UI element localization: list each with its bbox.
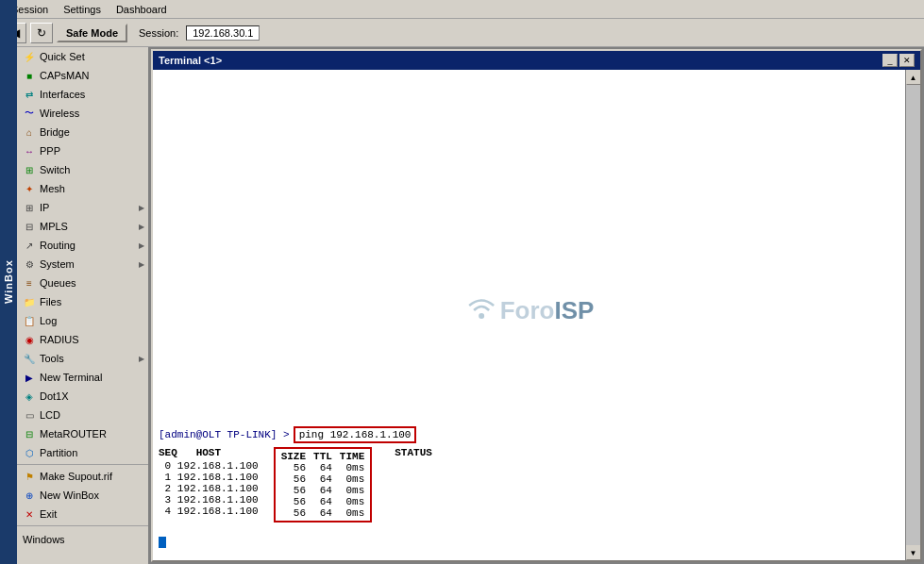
routing-icon: ↗: [23, 239, 36, 252]
ping-row-4: 4 192.168.1.100: [159, 506, 259, 517]
exit-icon: ✕: [23, 507, 36, 521]
watermark-icon: [464, 290, 498, 332]
tools-icon: 🔧: [23, 352, 36, 365]
sidebar-label-mesh: Mesh: [40, 183, 65, 194]
sidebar-label-quickset: Quick Set: [40, 51, 85, 62]
sidebar-label-switch: Switch: [40, 164, 70, 175]
seq-host-table: SEQ HOST 0 192.168.1.100 1 192.168.1.100…: [159, 447, 259, 523]
sidebar-label-bridge: Bridge: [40, 126, 70, 138]
status-val-4: [395, 504, 432, 515]
capsman-icon: ■: [23, 69, 36, 82]
sidebar-item-mesh[interactable]: ✦ Mesh: [17, 179, 148, 198]
watermark-text: ForoISP: [500, 296, 595, 325]
sidebar-item-ppp[interactable]: ↔ PPP: [17, 141, 148, 160]
toolbar: ◀ ↻ Safe Mode Session: 192.168.30.1: [0, 19, 924, 47]
status-header: STATUS: [395, 447, 432, 458]
ping-results: SEQ HOST 0 192.168.1.100 1 192.168.1.100…: [159, 447, 899, 523]
scroll-down-button[interactable]: ▼: [906, 545, 921, 560]
sidebar-item-tools[interactable]: 🔧 Tools: [17, 349, 148, 368]
sidebar-item-windows[interactable]: Windows: [17, 530, 148, 549]
sidebar-label-wireless: Wireless: [40, 108, 79, 119]
size-row-2: 56640ms: [277, 485, 369, 496]
sidebar-label-ip: IP: [40, 202, 49, 213]
sidebar-item-lcd[interactable]: ▭ LCD: [17, 406, 148, 424]
wireless-icon: 〜: [23, 107, 36, 120]
sidebar-label-exit: Exit: [40, 508, 57, 520]
safe-mode-button[interactable]: Safe Mode: [57, 24, 127, 42]
newterminal-icon: ▶: [23, 371, 36, 384]
size-row-3: 56640ms: [277, 496, 369, 507]
sidebar-item-partition[interactable]: ⬡ Partition: [17, 443, 148, 462]
sidebar-divider-2: [17, 525, 148, 526]
terminal-text-area[interactable]: ForoISP [admin@OLT TP-LINK] > ping 192.1…: [153, 70, 905, 560]
status-val-3: [395, 492, 432, 504]
ping-row-3: 3 192.168.1.100: [159, 494, 259, 506]
sidebar-item-wireless[interactable]: 〜 Wireless: [17, 104, 148, 123]
terminal-controls: _ ✕: [882, 54, 915, 67]
ttl-header: TTL: [310, 451, 336, 462]
sidebar-item-quickset[interactable]: ⚡ Quick Set: [17, 47, 148, 66]
sidebar-item-routing[interactable]: ↗ Routing: [17, 236, 148, 255]
sidebar-item-bridge[interactable]: ⌂ Bridge: [17, 123, 148, 141]
menu-settings[interactable]: Settings: [56, 2, 109, 17]
sidebar-item-newwinbox[interactable]: ⊕ New WinBox: [17, 486, 148, 505]
size-val-0: 56: [277, 462, 310, 473]
command-box: ping 192.168.1.100: [294, 426, 417, 443]
size-row-4: 56640ms: [277, 507, 369, 519]
sidebar-label-radius: RADIUS: [40, 334, 79, 345]
mesh-icon: ✦: [23, 182, 36, 195]
sidebar-label-files: Files: [40, 296, 61, 307]
size-row-1: 56640ms: [277, 473, 369, 485]
sidebar-item-radius[interactable]: ◉ RADIUS: [17, 330, 148, 349]
sidebar-item-capsman[interactable]: ■ CAPsMAN: [17, 66, 148, 85]
sidebar-label-capsman: CAPsMAN: [40, 70, 90, 81]
host-header: HOST: [196, 447, 221, 458]
status-column: STATUS: [395, 447, 432, 523]
sidebar-item-interfaces[interactable]: ⇄ Interfaces: [17, 85, 148, 104]
log-icon: 📋: [23, 314, 36, 327]
sidebar-item-dot1x[interactable]: ◈ Dot1X: [17, 387, 148, 406]
content-area: Terminal <1> _ ✕: [149, 47, 924, 564]
sidebar-item-makesupout[interactable]: ⚑ Make Supout.rif: [17, 467, 148, 486]
ip-icon: ⊞: [23, 201, 36, 214]
sidebar-label-routing: Routing: [40, 240, 76, 251]
sidebar-label-newwinbox: New WinBox: [40, 489, 99, 501]
sidebar-item-mpls[interactable]: ⊟ MPLS: [17, 217, 148, 236]
sidebar-item-metarouter[interactable]: ⊟ MetaROUTER: [17, 424, 148, 443]
sidebar-divider: [17, 464, 148, 465]
size-row-0: 56 64 0ms: [277, 462, 369, 473]
prompt-text: [admin@OLT TP-LINK] >: [159, 429, 290, 440]
sidebar-item-switch[interactable]: ⊞ Switch: [17, 160, 148, 179]
terminal-title: Terminal <1>: [159, 55, 222, 66]
sidebar-label-makesupout: Make Supout.rif: [40, 471, 112, 482]
sidebar-item-ip[interactable]: ⊞ IP: [17, 198, 148, 217]
scroll-up-button[interactable]: ▲: [906, 70, 921, 85]
windows-section: Windows: [17, 528, 148, 551]
sidebar-item-newterminal[interactable]: ▶ New Terminal: [17, 368, 148, 387]
scroll-track[interactable]: [906, 85, 920, 545]
windows-label: Windows: [23, 534, 65, 545]
status-val-1: [395, 470, 432, 481]
terminal-minimize-button[interactable]: _: [882, 54, 898, 67]
sidebar-item-system[interactable]: ⚙ System: [17, 255, 148, 274]
status-val-0: [395, 458, 432, 470]
cursor-block: [159, 537, 166, 548]
dot1x-icon: ◈: [23, 390, 36, 403]
sidebar-label-queues: Queues: [40, 277, 76, 289]
terminal-scrollbar: ▲ ▼: [905, 70, 920, 560]
refresh-button[interactable]: ↻: [30, 23, 53, 43]
terminal-titlebar: Terminal <1> _ ✕: [153, 51, 920, 70]
sidebar-item-log[interactable]: 📋 Log: [17, 311, 148, 330]
ttl-val-0: 64: [310, 462, 336, 473]
makesupout-icon: ⚑: [23, 470, 36, 483]
size-header: SIZE: [277, 451, 310, 462]
ping-row-2: 2 192.168.1.100: [159, 483, 259, 494]
sidebar-label-lcd: LCD: [40, 409, 60, 421]
sidebar-item-files[interactable]: 📁 Files: [17, 292, 148, 311]
terminal-close-button[interactable]: ✕: [899, 54, 915, 67]
sidebar-item-queues[interactable]: ≡ Queues: [17, 274, 148, 292]
menu-dashboard[interactable]: Dashboard: [109, 2, 175, 17]
prompt-section: [admin@OLT TP-LINK] > ping 192.168.1.100…: [159, 426, 899, 523]
sidebar-item-exit[interactable]: ✕ Exit: [17, 505, 148, 523]
interfaces-icon: ⇄: [23, 88, 36, 101]
